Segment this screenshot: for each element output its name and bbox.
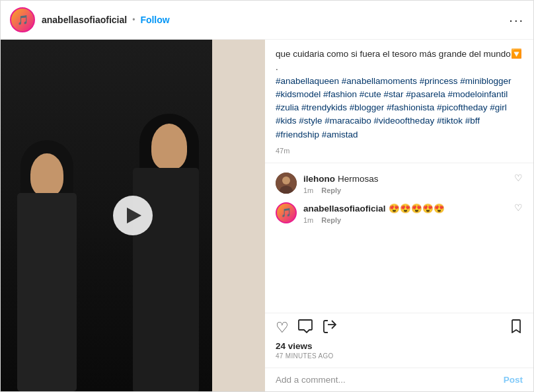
play-triangle-icon [127, 208, 141, 223]
comment-username-1[interactable]: ilehono [303, 174, 335, 184]
avatar: 🎵 [10, 7, 35, 32]
caption-area: que cuidaria como si fuera el tesoro más… [265, 40, 533, 163]
dot-separator: • [132, 15, 135, 24]
right-info-section: que cuidaria como si fuera el tesoro más… [265, 40, 533, 391]
comment-meta-1: 1m Reply [303, 186, 508, 194]
post-container: 🎵 anabellasofiaoficial • Follow ··· [0, 0, 534, 392]
add-comment-bar: Post [265, 368, 533, 391]
face-left [30, 153, 63, 196]
reply-button-1[interactable]: Reply [321, 186, 341, 194]
share-icon[interactable] [322, 319, 336, 337]
comment-like-icon-2[interactable]: ♡ [514, 202, 523, 213]
views-count: 24 views [276, 341, 523, 351]
face-right [151, 124, 187, 170]
svg-point-1 [282, 176, 290, 184]
comment-time-1: 1m [303, 186, 313, 194]
comment-like-icon-1[interactable]: ♡ [514, 173, 523, 183]
post-header: 🎵 anabellasofiaoficial • Follow ··· [1, 1, 533, 40]
comment-username-2[interactable]: anabellasofiaoficial [303, 204, 386, 214]
body-left [17, 193, 77, 391]
bookmark-icon[interactable] [508, 319, 523, 337]
person-right [133, 114, 258, 391]
caption-text: que cuidaria como si fuera el tesoro más… [276, 48, 523, 141]
follow-button[interactable]: Follow [140, 15, 169, 25]
comments-section[interactable]: ilehonoHermosas 1m Reply ♡ 🎵 anabellaso [265, 163, 533, 313]
actions-bar: ♡ 24 views 47 MINUTES AGO [265, 313, 533, 368]
caption-time: 47m [276, 147, 523, 155]
comment-body-2: 😍😍😍😍😍 [389, 204, 445, 214]
person-left [14, 140, 126, 391]
post-username[interactable]: anabellasofiaoficial [42, 15, 127, 25]
caption-pre-hashtag: que cuidaria como si fuera el tesoro más… [276, 49, 522, 72]
post-main: que cuidaria como si fuera el tesoro más… [1, 40, 533, 391]
comment-time-2: 1m [303, 216, 313, 224]
comment-content-1: ilehonoHermosas 1m Reply [303, 173, 508, 194]
comment-item-2: 🎵 anabellasofiaoficial😍😍😍😍😍 1m Reply ♡ [265, 198, 533, 228]
comment-content-2: anabellasofiaoficial😍😍😍😍😍 1m Reply [303, 202, 508, 224]
more-options-button[interactable]: ··· [509, 13, 524, 28]
comment-icon[interactable] [298, 319, 313, 337]
reply-button-2[interactable]: Reply [321, 216, 341, 224]
action-icons: ♡ [276, 319, 523, 337]
time-footer: 47 MINUTES AGO [276, 352, 523, 360]
comment-meta-2: 1m Reply [303, 216, 508, 224]
comment-avatar-2: 🎵 [276, 202, 297, 223]
heart-icon[interactable]: ♡ [276, 319, 289, 336]
comment-avatar-1 [276, 173, 297, 194]
play-button[interactable] [113, 196, 153, 235]
header-info: anabellasofiaoficial • Follow [42, 15, 509, 25]
post-comment-button[interactable]: Post [504, 375, 523, 385]
comment-item: ilehonoHermosas 1m Reply ♡ [265, 169, 533, 198]
hashtags: #anabellaqueen #anabellamoments #princes… [276, 76, 512, 139]
comment-input[interactable] [276, 375, 497, 385]
video-section [1, 40, 265, 391]
comment-body-1: Hermosas [338, 174, 379, 184]
